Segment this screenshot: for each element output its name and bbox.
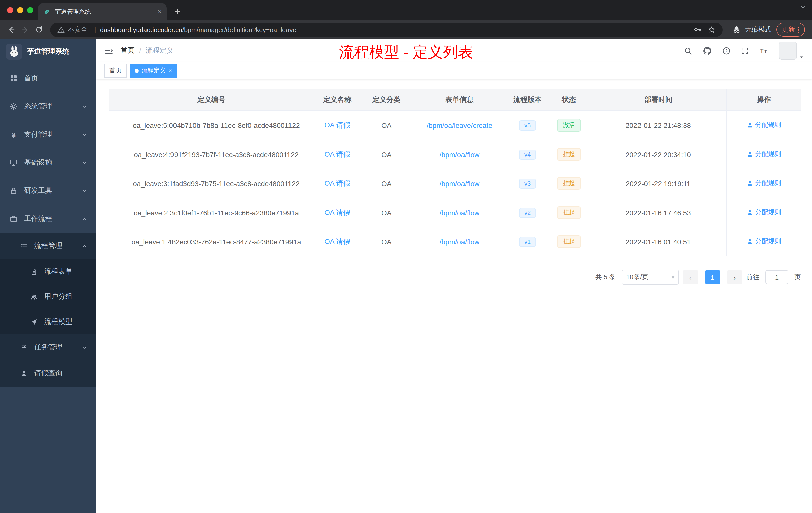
password-key-icon[interactable] — [694, 26, 701, 34]
tab-close-icon[interactable]: × — [158, 8, 162, 15]
sidebar-item-user-group[interactable]: 用户分组 — [0, 284, 96, 309]
maximize-window-button[interactable] — [27, 7, 33, 13]
sidebar-item-process-form[interactable]: 流程表单 — [0, 259, 96, 284]
definition-name-link[interactable]: OA 请假 — [324, 237, 350, 245]
page-size-select[interactable]: 10条/页 ▾ — [622, 270, 679, 284]
version-badge: v2 — [519, 208, 535, 218]
sidebar-item-label: 流程模型 — [44, 317, 87, 326]
col-header-id: 定义编号 — [110, 89, 313, 111]
help-icon[interactable]: ? — [722, 47, 731, 55]
main-area: 首页 / 流程定义 ? — [96, 39, 812, 513]
search-icon[interactable] — [684, 47, 693, 55]
security-warning-icon[interactable] — [57, 26, 65, 33]
annotation-title: 流程模型 - 定义列表 — [339, 42, 473, 63]
briefcase-icon — [9, 214, 18, 223]
cell-deploy-time: 2022-01-22 20:34:10 — [590, 140, 726, 169]
svg-text:T: T — [760, 48, 763, 54]
security-label[interactable]: 不安全 — [68, 25, 87, 34]
avatar[interactable] — [779, 42, 797, 60]
fullscreen-icon[interactable] — [741, 47, 749, 55]
tags-view-bar: 首页 流程定义 × — [96, 62, 812, 79]
browser-menu-icon[interactable] — [798, 26, 800, 33]
sidebar-item-devtools[interactable]: 研发工具 — [0, 177, 96, 205]
address-bar[interactable]: 不安全 | dashboard.yudao.iocoder.cn /bpm/ma… — [50, 22, 723, 37]
url-divider: | — [94, 26, 96, 33]
close-window-button[interactable] — [7, 7, 13, 13]
goto-label: 前往 — [746, 273, 759, 281]
user-menu[interactable] — [779, 42, 804, 60]
sidebar-item-payment[interactable]: ¥ 支付管理 — [0, 120, 96, 149]
definition-name-link[interactable]: OA 请假 — [324, 208, 350, 216]
browser-window: 芋道管理系统 × + 不安全 | dashboard.yudao.iocoder… — [0, 0, 812, 513]
font-size-icon[interactable]: TT — [759, 47, 769, 55]
bookmark-star-icon[interactable] — [707, 26, 716, 34]
form-link[interactable]: /bpm/oa/flow — [440, 238, 480, 246]
assign-rule-link[interactable]: 分配规则 — [747, 208, 781, 217]
forward-button[interactable] — [18, 23, 32, 37]
document-icon — [29, 267, 38, 276]
app-logo[interactable]: 芋道管理系统 — [0, 39, 96, 64]
status-badge: 挂起 — [557, 206, 580, 219]
users-icon — [29, 292, 38, 301]
sidebar-collapse-icon[interactable] — [105, 46, 114, 55]
cell-deploy-time: 2022-01-22 21:48:38 — [590, 111, 726, 140]
sidebar-item-label: 支付管理 — [24, 130, 76, 139]
breadcrumb-home[interactable]: 首页 — [120, 46, 135, 55]
reload-button[interactable] — [32, 23, 46, 37]
sidebar-item-process-model[interactable]: 流程模型 — [0, 309, 96, 334]
sidebar: 芋道管理系统 首页 系统管理 ¥ 支付管理 — [0, 39, 96, 513]
list-icon — [19, 241, 28, 250]
col-header-version: 流程版本 — [508, 89, 548, 111]
tag-home[interactable]: 首页 — [105, 63, 126, 78]
sidebar-item-system[interactable]: 系统管理 — [0, 92, 96, 120]
next-page-button[interactable]: › — [727, 270, 742, 284]
page-size-value: 10条/页 — [626, 273, 648, 281]
update-button[interactable]: 更新 — [776, 23, 805, 37]
assign-rule-link[interactable]: 分配规则 — [747, 237, 781, 246]
minimize-window-button[interactable] — [17, 7, 23, 13]
form-link[interactable]: /bpm/oa/flow — [440, 150, 480, 158]
goto-unit: 页 — [794, 273, 801, 281]
sidebar-item-workflow[interactable]: 工作流程 — [0, 205, 96, 233]
chevron-down-icon — [82, 344, 87, 350]
sidebar-item-label: 流程表单 — [44, 267, 87, 276]
back-button[interactable] — [4, 23, 18, 37]
sidebar-item-home[interactable]: 首页 — [0, 64, 96, 92]
cell-id: oa_leave:2:3c1f0ef1-76b1-11ec-9c66-a2380… — [110, 198, 313, 227]
assign-rule-link[interactable]: 分配规则 — [747, 121, 781, 130]
update-label: 更新 — [782, 25, 795, 34]
goto-page-input[interactable]: 1 — [765, 270, 788, 284]
tag-label: 流程定义 — [142, 66, 166, 75]
sidebar-item-infra[interactable]: 基础设施 — [0, 149, 96, 177]
form-link[interactable]: /bpm/oa/flow — [440, 179, 480, 187]
table-row: oa_leave:5:004b710b-7b8a-11ec-8ef0-acde4… — [110, 111, 801, 140]
sidebar-item-label: 系统管理 — [24, 102, 76, 111]
definition-name-link[interactable]: OA 请假 — [324, 150, 350, 158]
sidebar-item-leave-query[interactable]: 请假查询 — [0, 360, 96, 387]
chevron-down-icon — [82, 132, 87, 137]
browser-tab[interactable]: 芋道管理系统 × — [38, 3, 167, 20]
gear-icon — [9, 102, 18, 111]
total-count: 共 5 条 — [595, 273, 616, 281]
form-link[interactable]: /bpm/oa/flow — [440, 209, 480, 217]
github-icon[interactable] — [702, 46, 712, 56]
status-badge: 激活 — [557, 119, 580, 131]
form-link[interactable]: /bpm/oa/leave/create — [427, 121, 492, 129]
sidebar-item-task-mgmt[interactable]: 任务管理 — [0, 334, 96, 360]
prev-page-button[interactable]: ‹ — [683, 270, 698, 284]
new-tab-button[interactable]: + — [171, 5, 184, 18]
col-header-action: 操作 — [726, 89, 801, 111]
definition-name-link[interactable]: OA 请假 — [324, 179, 350, 187]
version-badge: v3 — [519, 178, 535, 188]
sidebar-item-process-mgmt[interactable]: 流程管理 — [0, 233, 96, 259]
sidebar-item-label: 请假查询 — [34, 369, 87, 378]
tab-search-chevron-icon[interactable] — [800, 4, 806, 10]
assign-rule-link[interactable]: 分配规则 — [747, 150, 781, 159]
tag-close-icon[interactable]: × — [169, 67, 172, 73]
cell-category: OA — [361, 227, 412, 256]
tag-current[interactable]: 流程定义 × — [129, 63, 177, 78]
page-number-button[interactable]: 1 — [705, 270, 720, 284]
table-row: oa_leave:2:3c1f0ef1-76b1-11ec-9c66-a2380… — [110, 198, 801, 227]
definition-name-link[interactable]: OA 请假 — [324, 121, 350, 129]
assign-rule-link[interactable]: 分配规则 — [747, 179, 781, 188]
